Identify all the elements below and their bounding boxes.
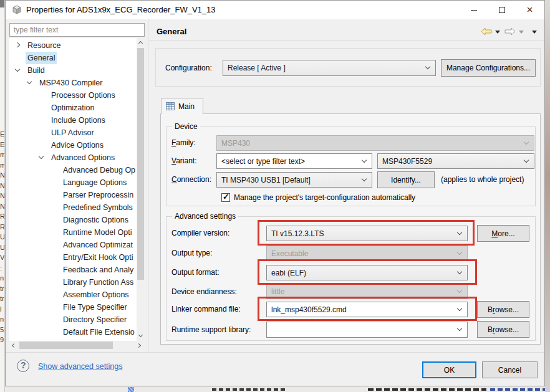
background-text-fragment: N — [0, 171, 5, 179]
close-button[interactable] — [516, 1, 544, 19]
linker-command-file-combo[interactable]: lnk_msp430f5529.cmd — [266, 302, 468, 317]
tree-item-advanced-options[interactable]: Advanced Options — [9, 151, 137, 164]
ok-button[interactable]: OK — [422, 361, 476, 378]
tree-item-assembler-options[interactable]: Assembler Options — [9, 289, 137, 301]
tree-item-label[interactable]: Include Options — [49, 114, 107, 127]
tree-item-predefined-symbols[interactable]: Predefined Symbols — [9, 201, 137, 214]
configuration-select[interactable]: Release [ Active ] — [223, 60, 436, 76]
tree-item-general[interactable]: General — [9, 52, 137, 64]
tree-item-label[interactable]: Runtime Model Opti — [61, 226, 133, 239]
tree-item-runtime-model-opti[interactable]: Runtime Model Opti — [9, 226, 137, 239]
more-button[interactable]: More... — [477, 225, 529, 242]
tree-item-label[interactable]: Build — [26, 64, 47, 77]
tree-item-resource[interactable]: Resource — [9, 39, 137, 52]
tree-indent-spacer — [50, 204, 57, 211]
horizontal-scrollbar-thumb[interactable] — [19, 342, 113, 349]
tree-item-label[interactable]: Processor Options — [49, 89, 117, 102]
tree-indent-spacer — [38, 129, 46, 136]
tree-item-label[interactable]: Advice Options — [49, 139, 105, 151]
manage-target-config-checkbox[interactable] — [221, 193, 230, 202]
tree-item-label[interactable]: MSP430 Compiler — [37, 77, 104, 89]
vertical-scrollbar-thumb[interactable] — [137, 48, 144, 280]
runtime-support-library-combo[interactable] — [266, 322, 468, 338]
help-icon[interactable] — [17, 360, 29, 372]
browse-linker-button[interactable]: Browse... — [477, 301, 529, 318]
tree-vertical-scrollbar[interactable] — [137, 38, 145, 341]
back-menu-chevron-icon[interactable] — [495, 31, 500, 34]
tree-item-label[interactable]: Advanced Debug Op — [61, 164, 137, 176]
tree-item-msp430-compiler[interactable]: MSP430 Compiler — [9, 77, 137, 89]
chevron-down-icon[interactable] — [26, 79, 34, 87]
tree-item-label[interactable]: Entry/Exit Hook Opti — [61, 251, 135, 264]
tree-item-default-file-extensio[interactable]: Default File Extensio — [9, 326, 137, 338]
chevron-down-icon[interactable] — [14, 67, 22, 74]
tree-item-diagnostic-options[interactable]: Diagnostic Options — [9, 214, 137, 226]
tree-indent-spacer — [38, 104, 46, 112]
output-type-value: Executable — [271, 249, 308, 258]
tree-item-processor-options[interactable]: Processor Options — [9, 89, 137, 102]
scroll-left-icon[interactable] — [9, 341, 17, 350]
title-bar[interactable]: Properties for ADS1x9x_ECG_Recorder_FW_V… — [6, 1, 544, 19]
tree-item-include-options[interactable]: Include Options — [9, 114, 137, 127]
tree-item-label[interactable]: Default File Extensio — [61, 326, 137, 338]
variant-select[interactable]: MSP430F5529 — [377, 153, 534, 169]
view-menu-icon[interactable] — [532, 31, 537, 34]
tree-item-label[interactable]: Diagnostic Options — [61, 214, 130, 226]
scroll-down-icon[interactable] — [137, 332, 145, 340]
back-icon[interactable] — [481, 27, 492, 38]
device-endianness-label: Device endianness: — [171, 284, 237, 299]
tree-item-label[interactable]: Optimization — [49, 102, 96, 114]
tab-main[interactable]: Main — [161, 98, 203, 114]
tree-item-label[interactable]: Assembler Options — [61, 289, 131, 301]
minimize-button[interactable] — [460, 1, 488, 19]
tree-item-file-type-specifier[interactable]: File Type Specifier — [9, 301, 137, 313]
tree-item-label[interactable]: General — [26, 52, 57, 64]
device-group: Device Family: MSP430 Variant: <select o… — [166, 127, 536, 206]
tree-item-label[interactable]: Resource — [26, 39, 63, 52]
tree-horizontal-scrollbar[interactable] — [9, 341, 145, 350]
show-advanced-settings-link[interactable]: Show advanced settings — [38, 362, 123, 371]
scroll-up-icon[interactable] — [137, 38, 145, 47]
chevron-down-icon[interactable] — [38, 154, 46, 161]
connection-select[interactable]: TI MSP430 USB1 [Default] — [216, 172, 372, 188]
tree-item-label[interactable]: Language Options — [61, 176, 128, 189]
properties-tree: ResourceGeneralBuildMSP430 CompilerProce… — [9, 39, 137, 340]
manage-configurations-label: Manage Configurations... — [446, 64, 530, 72]
tree-item-advanced-debug-op[interactable]: Advanced Debug Op — [9, 164, 137, 176]
manage-configurations-button[interactable]: Manage Configurations... — [441, 59, 536, 77]
tree-item-label[interactable]: Predefined Symbols — [61, 201, 135, 214]
tree-item-build[interactable]: Build — [9, 64, 137, 77]
tree-item-feedback-and-analy[interactable]: Feedback and Analy — [9, 264, 137, 276]
scroll-right-icon[interactable] — [135, 341, 143, 350]
forward-menu-chevron-icon[interactable] — [519, 31, 524, 34]
cancel-button-label: Cancel — [498, 366, 521, 375]
tree-item-label[interactable]: Advanced Optimizat — [61, 239, 135, 251]
identify-button[interactable]: Identify... — [377, 171, 435, 188]
tree-item-optimization[interactable]: Optimization — [9, 102, 137, 114]
variant-filter-select[interactable]: <select or type filter text> — [216, 153, 372, 169]
compiler-version-select[interactable]: TI v15.12.3.LTS — [266, 226, 468, 241]
tree-item-directory-specifier[interactable]: Directory Specifier — [9, 313, 137, 326]
tree-item-label[interactable]: Library Function Ass — [61, 276, 135, 289]
output-type-label: Output type: — [171, 246, 212, 261]
browse-runtime-button[interactable]: Browse... — [477, 321, 529, 338]
filter-input[interactable] — [9, 23, 145, 37]
tree-item-label[interactable]: File Type Specifier — [61, 301, 129, 313]
tree-item-language-options[interactable]: Language Options — [9, 176, 137, 189]
chevron-right-icon[interactable] — [14, 42, 22, 49]
tree-item-parser-preprocessin[interactable]: Parser Preprocessin — [9, 189, 137, 201]
tree-item-label[interactable]: Advanced Options — [49, 151, 117, 164]
tree-item-advice-options[interactable]: Advice Options — [9, 139, 137, 151]
output-format-select[interactable]: eabi (ELF) — [266, 265, 468, 280]
tree-item-label[interactable]: Feedback and Analy — [61, 264, 135, 276]
tree-item-entry-exit-hook-opti[interactable]: Entry/Exit Hook Opti — [9, 251, 137, 264]
tree-item-label[interactable]: Parser Preprocessin — [61, 189, 135, 201]
tree-item-advanced-optimizat[interactable]: Advanced Optimizat — [9, 239, 137, 251]
maximize-button[interactable] — [488, 1, 516, 19]
tree-item-library-function-ass[interactable]: Library Function Ass — [9, 276, 137, 289]
cancel-button[interactable]: Cancel — [482, 361, 538, 378]
tree-item-ulp-advisor[interactable]: ULP Advisor — [9, 127, 137, 139]
tree-item-label[interactable]: ULP Advisor — [49, 127, 96, 139]
tree-item-label[interactable]: Directory Specifier — [61, 313, 128, 326]
forward-icon[interactable] — [504, 27, 516, 38]
